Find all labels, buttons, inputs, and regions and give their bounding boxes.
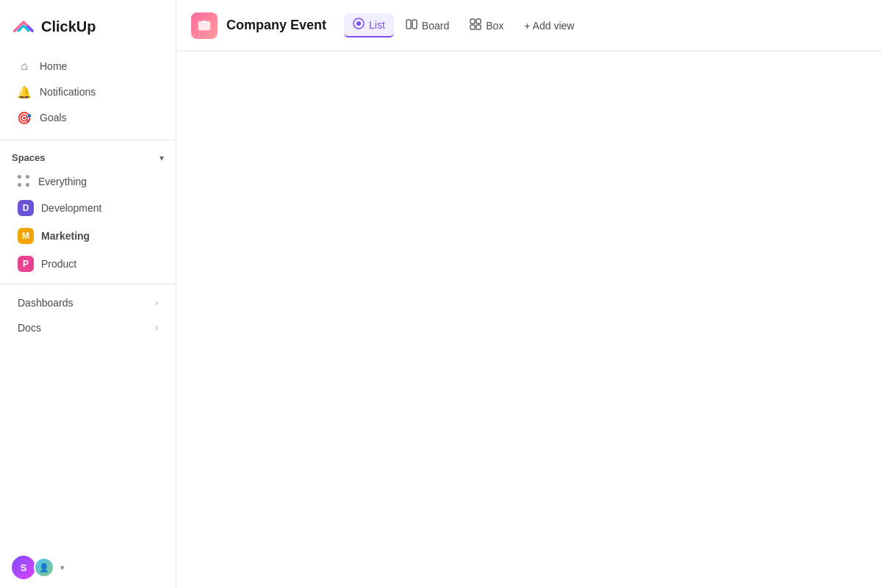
svg-rect-4	[406, 20, 411, 29]
box-icon	[470, 18, 481, 32]
spaces-title: Spaces	[12, 152, 46, 163]
tab-box[interactable]: Box	[461, 14, 512, 37]
main-nav: ⌂ Home 🔔 Notifications 🎯 Goals	[0, 50, 176, 134]
nav-home[interactable]: ⌂ Home	[6, 54, 170, 79]
svg-rect-8	[470, 25, 475, 29]
spaces-header[interactable]: Spaces ▾	[0, 146, 176, 169]
list-icon	[353, 18, 365, 32]
nav-goals[interactable]: 🎯 Goals	[6, 105, 170, 130]
svg-rect-7	[476, 19, 481, 24]
svg-rect-9	[476, 25, 481, 29]
notifications-label: Notifications	[40, 86, 96, 98]
space-label-marketing: Marketing	[41, 230, 90, 242]
space-avatar-development: D	[18, 200, 34, 216]
svg-rect-5	[412, 20, 417, 29]
logo-area: ClickUp	[0, 9, 176, 50]
space-avatar-marketing: M	[18, 228, 34, 244]
sidebar: ClickUp ⌂ Home 🔔 Notifications 🎯 Goals S…	[0, 0, 176, 588]
logo-text: ClickUp	[41, 18, 96, 35]
main-content: Company Event List	[176, 0, 882, 588]
workspace-icon	[191, 12, 218, 39]
tab-list[interactable]: List	[344, 13, 394, 37]
svg-point-3	[356, 21, 361, 26]
divider-2	[0, 284, 176, 284]
space-item-development[interactable]: D Development	[6, 195, 170, 221]
space-item-product[interactable]: P Product	[6, 251, 170, 277]
goals-icon: 🎯	[18, 111, 31, 124]
clickup-logo-icon	[12, 15, 35, 38]
space-item-marketing[interactable]: M Marketing	[6, 223, 170, 249]
everything-icon	[18, 175, 31, 188]
docs-label: Docs	[18, 322, 41, 334]
board-icon	[406, 18, 417, 32]
space-label-everything: Everything	[38, 176, 87, 187]
page-title: Company Event	[226, 18, 326, 33]
svg-rect-6	[470, 19, 475, 24]
home-icon: ⌂	[18, 60, 31, 73]
nav-notifications[interactable]: 🔔 Notifications	[6, 79, 170, 104]
space-label-product: Product	[41, 258, 76, 270]
chevron-right-icon-dashboards: ›	[155, 298, 158, 308]
avatar-s: S	[12, 556, 35, 579]
nav-docs[interactable]: Docs ›	[6, 316, 170, 340]
view-tabs: List Board	[344, 13, 512, 37]
user-dropdown-icon[interactable]: ▾	[60, 563, 65, 573]
avatar-img: 👤	[34, 557, 54, 578]
home-label: Home	[40, 60, 67, 72]
nav-dashboards[interactable]: Dashboards ›	[6, 291, 170, 315]
add-view-label: + Add view	[524, 20, 574, 32]
bell-icon: 🔔	[18, 85, 31, 98]
divider-1	[0, 140, 176, 140]
dashboards-label: Dashboards	[18, 297, 74, 309]
space-label-development: Development	[41, 202, 102, 214]
top-bar: Company Event List	[176, 0, 882, 51]
content-area	[176, 51, 882, 588]
tab-board-label: Board	[422, 20, 449, 32]
goals-label: Goals	[40, 112, 67, 123]
add-view-button[interactable]: + Add view	[515, 15, 583, 36]
space-avatar-product: P	[18, 256, 34, 272]
user-area[interactable]: S 👤 ▾	[0, 547, 176, 588]
tab-box-label: Box	[486, 20, 503, 32]
tab-list-label: List	[369, 19, 385, 31]
space-item-everything[interactable]: Everything	[6, 170, 170, 193]
chevron-right-icon-docs: ›	[155, 323, 158, 333]
chevron-down-icon: ▾	[159, 153, 164, 163]
tab-board[interactable]: Board	[397, 14, 458, 37]
